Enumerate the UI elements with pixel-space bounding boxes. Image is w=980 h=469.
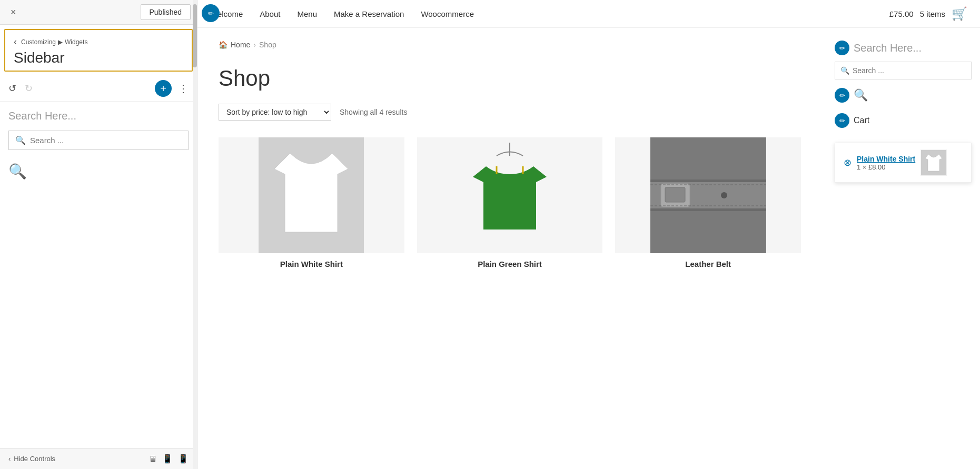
edit-pencil-top: ✏	[202, 4, 220, 22]
desktop-view-button[interactable]: 🖥	[149, 454, 157, 464]
products-grid: Plain White Shirt Plain Green Shirt	[219, 137, 801, 268]
home-icon-breadcrumb: 🏠	[219, 41, 227, 49]
preview-body: 🏠 Home › Shop Shop Sort by price: low to…	[197, 28, 980, 281]
product-card-belt[interactable]: Leather Belt	[615, 137, 801, 268]
controls-row: + ⋮	[0, 76, 197, 102]
more-options-button[interactable]: ⋮	[176, 80, 191, 97]
cart-icon[interactable]: 🛒	[952, 6, 967, 21]
top-bar: × Published	[0, 0, 197, 25]
widget-cart-row: ✏ Cart	[835, 113, 972, 128]
mobile-view-button[interactable]: 📱	[178, 454, 189, 464]
product-image-white-shirt	[219, 137, 404, 253]
product-card-white-shirt[interactable]: Plain White Shirt	[219, 137, 404, 268]
preview-area: ✏ Welcome About Menu Make a Reservation …	[197, 0, 980, 469]
edit-pencil-button-top[interactable]: ✏	[202, 4, 220, 22]
hide-controls-button[interactable]: ‹ Hide Controls	[8, 455, 55, 463]
scrollbar-track	[193, 0, 197, 469]
published-button[interactable]: Published	[141, 4, 191, 20]
widget-search-icon: 🔍	[840, 66, 849, 75]
right-sidebar-widgets: ✏ Search Here... 🔍 ✏ 🔍 ✏ Cart ⊗	[835, 41, 972, 183]
product-card-green-shirt[interactable]: Plain Green Shirt	[417, 137, 603, 268]
svg-rect-9	[665, 187, 685, 202]
cart-popup-quantity: 1 × £8.00	[857, 163, 915, 171]
product-name-belt: Leather Belt	[615, 260, 801, 268]
results-text: Showing all 4 results	[340, 108, 407, 116]
breadcrumb-home-link[interactable]: Home	[231, 41, 250, 49]
widget-search-input-wrap: 🔍	[835, 62, 972, 79]
cart-items: 5 items	[920, 9, 945, 18]
sort-select[interactable]: Sort by price: low to high Sort by price…	[219, 104, 331, 121]
svg-point-10	[721, 192, 727, 198]
cart-popup-close-button[interactable]: ⊗	[844, 157, 852, 168]
cart-amount: £75.00	[889, 9, 914, 18]
breadcrumb-text: ‹ Customizing ▶ Widgets	[14, 36, 183, 47]
breadcrumb-arrow: ▶	[58, 38, 63, 46]
add-widget-button[interactable]: +	[155, 80, 172, 97]
nav-make-reservation[interactable]: Make a Reservation	[334, 9, 404, 18]
nav-right: £75.00 5 items 🛒	[889, 6, 967, 21]
undo-icon	[8, 83, 16, 94]
undo-button[interactable]	[6, 81, 18, 96]
search-icon-big: 🔍	[8, 163, 189, 180]
redo-icon	[25, 83, 33, 94]
bottom-bar: ‹ Hide Controls 🖥 📱 📱	[0, 448, 197, 469]
customizer-panel: × Published ‹ Customizing ▶ Widgets Side…	[0, 0, 197, 469]
tablet-view-button[interactable]: 📱	[162, 454, 173, 464]
widget-search-mag-icon: 🔍	[854, 88, 868, 102]
redo-button[interactable]	[23, 81, 35, 96]
search-here-label-left: Search Here...	[8, 110, 189, 122]
sidebar-title: Sidebar	[14, 49, 183, 66]
breadcrumb-part1: Customizing	[21, 38, 56, 46]
search-box: 🔍	[8, 131, 189, 150]
product-image-green-shirt	[417, 137, 603, 253]
bottom-icons: 🖥 📱 📱	[149, 454, 189, 464]
search-input-left[interactable]	[30, 136, 182, 145]
product-name-white-shirt: Plain White Shirt	[219, 260, 404, 268]
widget-search-header-row: ✏ Search Here...	[835, 41, 972, 55]
cart-popup-image	[920, 149, 947, 176]
search-icon-left: 🔍	[15, 135, 26, 145]
close-button[interactable]: ×	[6, 5, 21, 20]
panel-content: Search Here... 🔍 🔍	[0, 102, 197, 448]
breadcrumb-current: Shop	[259, 41, 276, 49]
nav-woocommerce[interactable]: Woocommerce	[421, 9, 474, 18]
breadcrumb-back-arrow[interactable]: ‹	[14, 36, 17, 47]
edit-search-icon-button[interactable]: ✏	[835, 88, 849, 103]
scrollbar-thumb[interactable]	[193, 4, 197, 67]
widget-search-icon-row: ✏ 🔍	[835, 88, 972, 103]
product-name-green-shirt: Plain Green Shirt	[417, 260, 603, 268]
edit-cart-widget-button[interactable]: ✏	[835, 113, 849, 128]
cart-popup-product-name[interactable]: Plain White Shirt	[857, 155, 915, 163]
breadcrumb-section: ‹ Customizing ▶ Widgets Sidebar	[4, 29, 193, 72]
product-image-belt	[615, 137, 801, 253]
nav-about[interactable]: About	[260, 9, 280, 18]
edit-search-widget-button[interactable]: ✏	[835, 41, 849, 55]
widget-search-input[interactable]	[853, 66, 966, 75]
hide-controls-label: Hide Controls	[14, 455, 55, 463]
cart-widget-label: Cart	[854, 116, 869, 125]
breadcrumb-part2: Widgets	[65, 38, 87, 46]
nav-menu[interactable]: Menu	[297, 9, 317, 18]
cart-popup: ⊗ Plain White Shirt 1 × £8.00	[835, 143, 972, 183]
widget-search-here-label: Search Here...	[854, 42, 922, 54]
cart-popup-content: Plain White Shirt 1 × £8.00	[857, 155, 915, 171]
breadcrumb-chevron: ›	[253, 41, 256, 49]
chevron-left-icon: ‹	[8, 455, 11, 463]
preview-nav: Welcome About Menu Make a Reservation Wo…	[197, 0, 980, 28]
